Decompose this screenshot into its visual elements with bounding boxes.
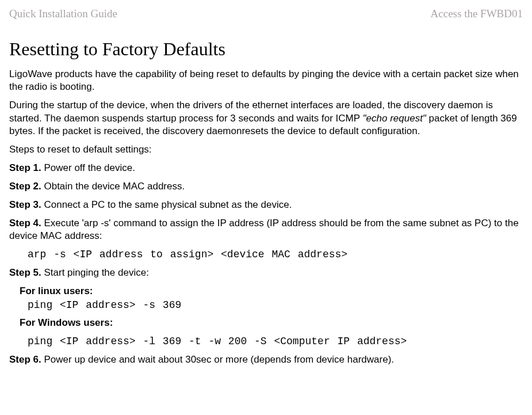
step-1-text: Power off the device. [41,162,135,173]
intro2-echo-request: "echo request" [363,113,426,124]
step-3-text: Connect a PC to the same physical subnet… [41,199,292,210]
windows-code: ping <IP address> -l 369 -t -w 200 -S <C… [28,335,523,348]
linux-block: For linux users: ping <IP address> -s 36… [20,285,523,312]
header-left: Quick Installation Guide [9,7,117,21]
step-3: Step 3. Connect a PC to the same physica… [9,199,523,211]
step-1-label: Step 1. [9,162,41,173]
step-6-label: Step 6. [9,354,41,365]
windows-block: For Windows users: ping <IP address> -l … [20,317,523,348]
step-4-label: Step 4. [9,218,41,229]
step-2-label: Step 2. [9,181,41,192]
step-2-text: Obtain the device MAC address. [41,181,185,192]
intro-paragraph-2: During the startup of the device, when t… [9,99,523,137]
linux-code: ping <IP address> -s 369 [28,299,523,312]
linux-label: For linux users: [20,285,523,298]
intro-paragraph-1: LigoWave products have the capability of… [9,68,523,93]
step-4-code: arp -s <IP address to assign> <device MA… [28,248,523,261]
windows-label: For Windows users: [20,317,523,329]
step-2: Step 2. Obtain the device MAC address. [9,180,523,193]
page-header: Quick Installation Guide Access the FWBD… [9,7,523,21]
page-title: Resetting to Factory Defaults [9,37,523,62]
step-1: Step 1. Power off the device. [9,162,523,174]
step-3-label: Step 3. [9,199,41,210]
step-6-text: Power up device and wait about 30sec or … [41,354,394,365]
step-5-text: Start pinging the device: [41,267,149,278]
step-5: Step 5. Start pinging the device: [9,266,523,279]
step-6: Step 6. Power up device and wait about 3… [9,353,523,366]
step-5-label: Step 5. [9,267,41,278]
step-4-text: Execute 'arp -s' command to assign the I… [9,218,519,241]
steps-intro: Steps to reset to default settings: [9,143,523,156]
header-right: Access the FWBD01 [431,7,523,21]
step-4: Step 4. Execute 'arp -s' command to assi… [9,217,523,242]
